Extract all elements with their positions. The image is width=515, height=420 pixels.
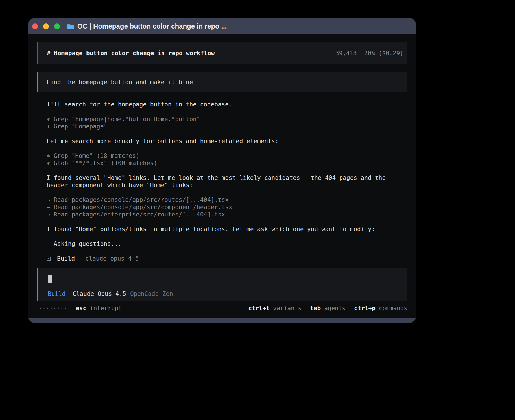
assistant-paragraph: Let me search more broadly for buttons a… [47, 137, 398, 145]
shortcut-variants: ctrl+t variants [248, 305, 302, 312]
agents-label: agents [324, 305, 346, 312]
user-message-text: Find the homepage button and make it blu… [47, 78, 193, 86]
input-meta: Build Claude Opus 4.5 OpenCode Zen [48, 290, 173, 298]
spinner-dots: ········ [39, 305, 67, 312]
agent-icon-core [48, 258, 49, 259]
tool-call-read: → Read packages/console/app/src/componen… [47, 204, 398, 211]
close-button[interactable] [32, 23, 38, 29]
tool-call-read: → Read packages/console/app/src/routes/[… [47, 196, 398, 204]
assistant-paragraph: I'll search for the homepage button in t… [47, 101, 398, 108]
token-count: 39,413 [335, 50, 357, 57]
tool-call-grep: ∗ Grep "homepage|home.*button|Home.*butt… [47, 115, 398, 123]
input-model-label: Claude Opus 4.5 [73, 290, 126, 298]
tab-key-hint: tab [310, 305, 321, 312]
window-bottom-edge [28, 318, 416, 323]
variants-label: variants [273, 305, 302, 312]
agent-separator: · [78, 255, 82, 262]
commands-label: commands [379, 305, 407, 312]
tool-call-group: ∗ Grep "homepage|home.*button|Home.*butt… [47, 115, 398, 130]
folder-icon [67, 23, 75, 29]
esc-key-hint: esc [76, 305, 86, 312]
terminal-content: # Homepage button color change in repo w… [28, 34, 416, 318]
status-bar-left: ········ esc interrupt [39, 305, 122, 312]
tool-call-glob: ∗ Glob "**/*.tsx" (100 matches) [47, 159, 398, 167]
agent-icon [47, 257, 51, 261]
minimize-button[interactable] [43, 23, 49, 29]
zoom-button[interactable] [54, 23, 60, 29]
session-stats: 39,413 20% ($0.29) [335, 50, 403, 57]
traffic-lights [32, 23, 60, 29]
assistant-paragraph: I found several "Home" links. Let me loo… [47, 174, 398, 189]
input-mode-label: Build [48, 290, 66, 298]
esc-key-label: interrupt [90, 305, 122, 312]
tool-call-group: ∗ Grep "Home" (18 matches) ∗ Glob "**/*.… [47, 152, 398, 167]
window-titlebar[interactable]: OC | Homepage button color change in rep… [28, 18, 416, 34]
agent-model: claude-opus-4-5 [85, 255, 139, 262]
read-call-group: → Read packages/console/app/src/routes/[… [47, 196, 398, 218]
ctrl-p-key-hint: ctrl+p [354, 305, 376, 312]
tool-call-read: → Read packages/enterprise/src/routes/[.… [47, 211, 398, 218]
window-title: OC | Homepage button color change in rep… [77, 22, 227, 30]
session-title: # Homepage button color change in repo w… [47, 50, 215, 57]
agent-status-line: Build · claude-opus-4-5 [47, 255, 398, 262]
user-message: Find the homepage button and make it blu… [37, 72, 407, 92]
tool-call-grep: ∗ Grep "Homepage" [47, 123, 398, 130]
asking-questions-status: ~ Asking questions... [47, 240, 398, 248]
status-bar: ········ esc interrupt ctrl+t variants t… [37, 304, 407, 312]
agent-name: Build [57, 255, 75, 262]
terminal-window: OC | Homepage button color change in rep… [28, 18, 416, 323]
status-bar-right: ctrl+t variants tab agents ctrl+p comman… [248, 305, 407, 312]
ctrl-t-key-hint: ctrl+t [248, 305, 270, 312]
tool-call-grep: ∗ Grep "Home" (18 matches) [47, 152, 398, 159]
prompt-input[interactable]: Build Claude Opus 4.5 OpenCode Zen [37, 268, 407, 301]
conversation: I'll search for the homepage button in t… [37, 92, 407, 262]
shortcut-commands: ctrl+p commands [354, 305, 407, 312]
shortcut-agents: tab agents [310, 305, 346, 312]
context-usage: 20% ($0.29) [364, 50, 403, 57]
assistant-paragraph: I found "Home" buttons/links in multiple… [47, 226, 398, 233]
input-provider-label: OpenCode Zen [130, 290, 173, 298]
session-header: # Homepage button color change in repo w… [37, 42, 407, 64]
text-cursor [48, 275, 52, 283]
